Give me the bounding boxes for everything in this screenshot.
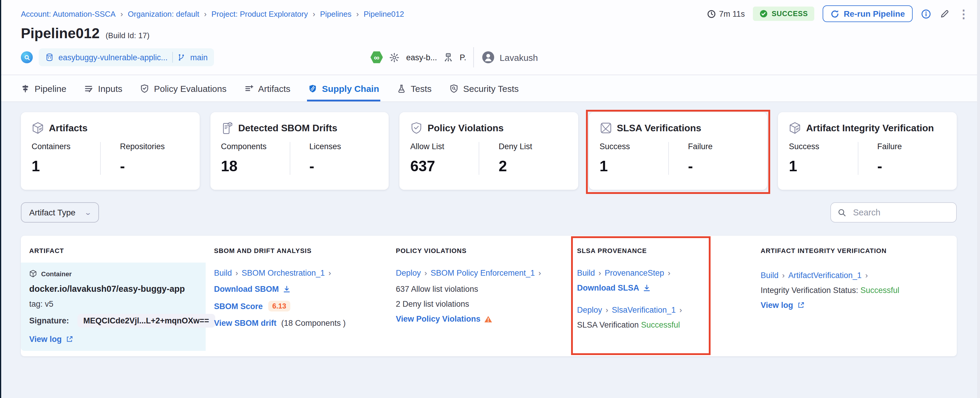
artifact-type-label: Container <box>41 270 72 277</box>
sbom-score-badge: 6.13 <box>268 301 291 312</box>
artifact-type-dropdown[interactable]: Artifact Type ⌄ <box>21 202 99 222</box>
check-circle-icon <box>760 10 768 18</box>
stat-label: Licenses <box>309 142 378 151</box>
external-link-icon <box>797 301 805 309</box>
app-viewport: Account: Automation-SSCA› Organization: … <box>0 0 980 398</box>
trigger-initial[interactable]: P. <box>460 53 466 62</box>
tab-supply-chain[interactable]: Supply Chain <box>308 75 379 101</box>
sbom-step-link[interactable]: SBOM Orchestration_1 <box>242 269 325 278</box>
breadcrumb-account[interactable]: Account: Automation-SSCA <box>21 9 116 18</box>
stat-label: Containers <box>32 142 100 151</box>
view-sbom-drift-link[interactable]: View SBOM drift <box>214 319 277 328</box>
policy-stage-link[interactable]: Deploy <box>396 269 421 278</box>
breadcrumb-separator: › <box>121 9 123 18</box>
stat-label: Repositories <box>120 142 189 151</box>
tab-policy-evaluations[interactable]: Policy Evaluations <box>140 75 226 101</box>
build-id: (Build Id: 17) <box>105 31 150 40</box>
download-icon <box>283 285 291 293</box>
repo-link[interactable]: easybuggy-vulnerable-applic... <box>59 53 167 62</box>
rerun-pipeline-button[interactable]: Re-run Pipeline <box>823 5 913 22</box>
policy-cell: Deploy› SBOM Policy Enforcement_1› 637 A… <box>387 262 569 351</box>
slsa-icon <box>600 122 612 134</box>
chevron-separator: › <box>668 269 670 278</box>
sbom-score-link[interactable]: SBOM Score <box>214 302 263 310</box>
execution-duration: 7m 11s <box>707 9 745 18</box>
clock-icon <box>707 9 716 18</box>
chevron-separator: › <box>425 269 427 278</box>
tab-artifacts[interactable]: Artifacts <box>244 75 290 101</box>
breadcrumb-pipeline012[interactable]: Pipeline012 <box>364 9 404 18</box>
service-icon <box>444 53 453 62</box>
col-header-integrity: ARTIFACT INTEGRITY VERIFICATION <box>752 247 957 254</box>
sbom-document-icon <box>221 122 233 134</box>
artifact-verification-step-link[interactable]: ArtifactVerification_1 <box>788 271 862 280</box>
slsa-verification-step-link[interactable]: SlsaVerification_1 <box>612 305 676 315</box>
stat-value: 18 <box>221 158 290 175</box>
slsa-verification-status: Successful <box>641 320 680 329</box>
view-log-link[interactable]: View log <box>760 301 805 310</box>
tab-tests[interactable]: Tests <box>397 75 431 101</box>
chevron-separator: › <box>538 269 541 278</box>
stat-label: Failure <box>688 142 757 151</box>
view-policy-violations-link[interactable]: View Policy Violations <box>396 315 492 323</box>
breadcrumb-project[interactable]: Project: Product Exploratory <box>211 9 308 18</box>
download-icon <box>643 284 651 292</box>
card-slsa-verifications: SLSA Verifications Success1 Failure- <box>589 112 767 190</box>
download-sbom-link[interactable]: Download SBOM <box>214 285 291 294</box>
shield-check-icon <box>410 122 423 134</box>
repository-icon <box>45 53 54 61</box>
integrity-stage-link[interactable]: Build <box>760 271 778 280</box>
view-log-link[interactable]: View log <box>29 335 73 344</box>
trigger-pipeline-name[interactable]: easy-b... <box>406 53 437 62</box>
pipeline-icon <box>21 84 30 93</box>
stat-label: Success <box>600 142 668 151</box>
search-icon <box>838 208 846 217</box>
tab-inputs[interactable]: Inputs <box>84 75 123 101</box>
tab-pipeline[interactable]: Pipeline <box>21 75 67 101</box>
stat-value: - <box>688 158 757 175</box>
chevron-down-icon: ⌄ <box>84 209 92 216</box>
col-header-policy: POLICY VIOLATIONS <box>387 247 569 254</box>
signature-value[interactable]: MEQCICde2Vjl...L+2+mqnOXw== <box>78 314 215 328</box>
breadcrumb-pipelines[interactable]: Pipelines <box>320 9 352 18</box>
supply-chain-page: Account: Automation-SSCA› Organization: … <box>0 0 980 398</box>
cube-icon <box>32 122 44 134</box>
deny-list-violations: 2 Deny list violations <box>396 299 559 308</box>
branch-link[interactable]: main <box>190 53 208 62</box>
supply-chain-shield-icon <box>308 84 317 93</box>
provenance-step-link[interactable]: ProvenanceStep <box>605 269 664 278</box>
execution-tabs: Pipeline Inputs Policy Evaluations Artif… <box>0 75 980 102</box>
execution-info-icon[interactable] <box>921 9 931 19</box>
slsa-build-stage-link[interactable]: Build <box>577 269 595 278</box>
drift-components-count: (18 Components ) <box>282 319 346 328</box>
meta-divider <box>473 47 474 67</box>
allow-list-violations: 637 Allow list violations <box>396 285 559 294</box>
summary-cards: Artifacts Containers1 Repositories- Dete… <box>21 112 957 190</box>
stat-value: 1 <box>32 158 100 175</box>
user-avatar <box>482 51 494 63</box>
integrity-status: Successful <box>861 286 899 295</box>
external-link-icon <box>65 335 73 343</box>
edit-pipeline-icon[interactable] <box>939 9 950 19</box>
search-input[interactable] <box>852 207 950 218</box>
artifacts-table: ARTIFACT SBOM AND DRIFT ANALYSIS POLICY … <box>21 236 957 356</box>
repo-chip: easybuggy-vulnerable-applic... main <box>39 48 214 66</box>
sbom-stage-link[interactable]: Build <box>214 269 232 278</box>
download-slsa-link[interactable]: Download SLSA <box>577 283 651 293</box>
col-header-slsa: SLSA PROVENANCE <box>569 247 752 254</box>
col-header-artifact: ARTIFACT <box>21 247 206 254</box>
stat-value: - <box>877 158 946 175</box>
policy-step-link[interactable]: SBOM Policy Enforcement_1 <box>431 269 535 278</box>
breadcrumb-separator: › <box>204 9 207 18</box>
breadcrumb-separator: › <box>356 9 359 18</box>
tab-security-tests[interactable]: Security Tests <box>449 75 519 101</box>
breadcrumb-org[interactable]: Organization: default <box>128 9 199 18</box>
slsa-deploy-stage-link[interactable]: Deploy <box>577 305 602 315</box>
supply-chain-content: Artifacts Containers1 Repositories- Dete… <box>0 102 980 356</box>
stat-label: Failure <box>877 142 946 151</box>
scrollbar-track[interactable] <box>977 0 980 398</box>
more-options-icon[interactable]: ⋮ <box>958 8 969 19</box>
stat-value: - <box>309 158 378 175</box>
triggered-by-user: Lavakush <box>500 52 538 62</box>
shield-check-icon <box>140 84 150 93</box>
